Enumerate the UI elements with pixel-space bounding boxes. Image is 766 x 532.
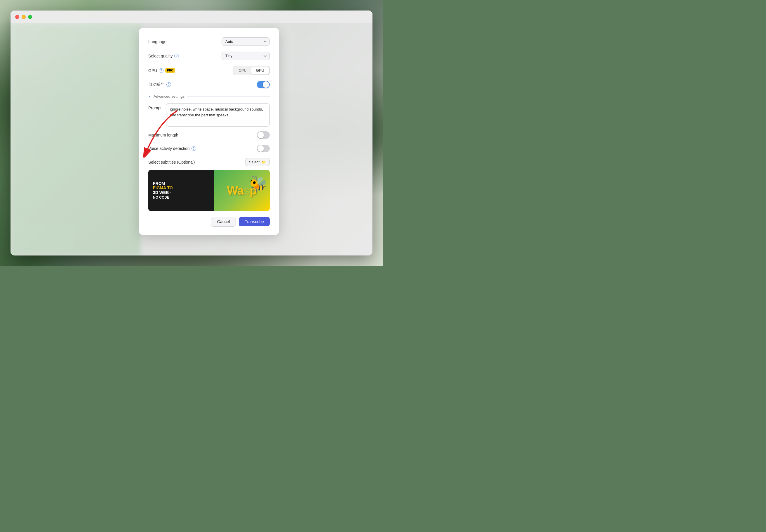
advanced-section: ▼ Advanced settings Prompt ignore noise,… (148, 94, 270, 211)
folder-icon: 📁 (261, 160, 266, 164)
toggle-track-on (257, 81, 270, 88)
advanced-header[interactable]: ▼ Advanced settings (148, 94, 270, 99)
wasp-title-text: Wasp (227, 184, 256, 197)
max-length-label: Maximum length (148, 133, 178, 137)
quality-row: Select quality ? Tiny (148, 52, 270, 60)
select-subtitles-button[interactable]: Select 📁 (245, 158, 270, 166)
subtitles-label: Select subtitles (Optional) (148, 160, 195, 165)
quality-label: Select quality (148, 54, 172, 58)
window-content: Language Auto Select quality ? (11, 23, 372, 255)
advanced-divider (187, 96, 270, 97)
dialog-footer: Cancel Transcribe (139, 217, 279, 227)
cpu-button[interactable]: CPU (234, 67, 251, 74)
language-select[interactable]: Auto (222, 37, 270, 46)
sidebar-area (11, 23, 141, 255)
quality-label-group: Select quality ? (148, 54, 179, 58)
language-row: Language Auto (148, 37, 270, 46)
preview-figma: FIGMA TO (153, 186, 173, 190)
gpu-label: GPU (148, 68, 157, 73)
preview-nocode: NO CODE (153, 195, 169, 199)
minimize-button[interactable] (22, 15, 26, 19)
toggle-thumb (263, 81, 269, 88)
gpu-button[interactable]: GPU (251, 67, 269, 74)
settings-dialog: Language Auto Select quality ? (139, 28, 279, 235)
vad-toggle-track (257, 145, 270, 152)
advanced-chevron-icon: ▼ (148, 95, 151, 98)
language-select-wrapper: Auto (222, 37, 270, 46)
gpu-label-group: GPU ? PRO (148, 68, 175, 73)
vad-toggle[interactable] (257, 145, 270, 152)
titlebar (11, 11, 372, 23)
select-btn-label: Select (249, 160, 260, 164)
traffic-lights (15, 15, 32, 19)
vad-toggle-thumb (258, 145, 264, 152)
max-length-row: Maximum length (148, 131, 270, 139)
auto-sentence-label: 自动断句 (148, 82, 165, 87)
preview-from: FROM (153, 181, 165, 186)
quality-select[interactable]: Tiny (222, 52, 270, 60)
auto-sentence-label-group: 自动断句 ? (148, 82, 171, 87)
preview-right: Wasp 🐝 (214, 170, 270, 211)
main-window: Language Auto Select quality ? (11, 11, 372, 255)
prompt-label: Prompt (148, 103, 161, 110)
vad-help-icon[interactable]: ? (192, 146, 196, 151)
pro-badge: PRO (165, 68, 175, 73)
vad-row: Voice activity detection ? (148, 145, 270, 152)
max-length-toggle[interactable] (257, 131, 270, 139)
subtitles-row: Select subtitles (Optional) Select 📁 (148, 158, 270, 166)
auto-sentence-row: 自动断句 ? (148, 81, 270, 88)
auto-sentence-toggle[interactable] (257, 81, 270, 88)
gpu-row: GPU ? PRO CPU GPU (148, 66, 270, 75)
preview-3d: 3D WEB - (153, 190, 171, 195)
max-length-toggle-thumb (258, 132, 264, 138)
quality-select-wrapper: Tiny (222, 52, 270, 60)
advanced-label: Advanced settings (153, 94, 184, 99)
max-length-toggle-track (257, 131, 270, 139)
prompt-textarea[interactable]: ignore noise, white space, musical backg… (166, 103, 270, 127)
vad-label-group: Voice activity detection ? (148, 146, 196, 151)
transcribe-button[interactable]: Transcribe (239, 217, 270, 226)
quality-help-icon[interactable]: ? (174, 54, 179, 58)
gpu-toggle-group: CPU GPU (233, 66, 270, 75)
image-preview: FROM FIGMA TO 3D WEB - NO CODE Wasp 🐝 (148, 170, 270, 211)
dialog-body: Language Auto Select quality ? (139, 37, 279, 211)
vad-label: Voice activity detection (148, 146, 190, 151)
language-label: Language (148, 39, 166, 44)
gpu-help-icon[interactable]: ? (159, 68, 163, 73)
maximize-button[interactable] (28, 15, 32, 19)
prompt-row: Prompt ignore noise, white space, musica… (148, 103, 270, 127)
cancel-button[interactable]: Cancel (211, 217, 236, 227)
auto-sentence-help-icon[interactable]: ? (166, 82, 171, 87)
preview-left: FROM FIGMA TO 3D WEB - NO CODE (148, 170, 214, 211)
close-button[interactable] (15, 15, 19, 19)
